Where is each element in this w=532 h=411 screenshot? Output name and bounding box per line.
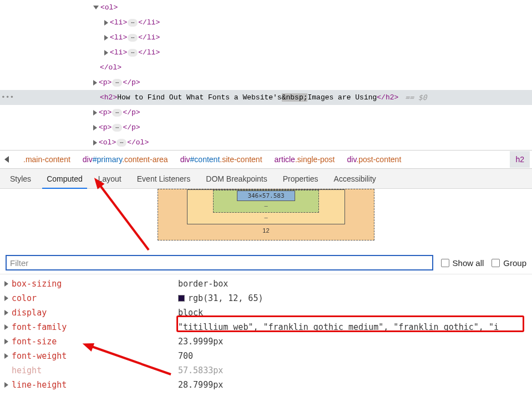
crumb-id: #primary — [93, 155, 122, 164]
disclosure-triangle-icon[interactable] — [93, 6, 99, 9]
computed-property-name: display — [12, 308, 178, 318]
dom-tree-row[interactable]: <li>⋯</li> — [0, 45, 532, 60]
computed-property-row[interactable]: line-height28.7999px — [0, 378, 532, 392]
html-tag: <p> — [99, 108, 112, 117]
html-tag: <li> — [110, 48, 127, 57]
group-label: Group — [503, 258, 526, 268]
tab-event-listeners[interactable]: Event Listeners — [129, 169, 199, 189]
computed-property-row[interactable]: font-family"titillium web", "franklin go… — [0, 320, 532, 334]
gutter-dots-icon: ••• — [1, 93, 14, 102]
disclosure-triangle-icon[interactable] — [4, 295, 8, 301]
html-tag: </li> — [138, 33, 160, 42]
disclosure-triangle-icon[interactable] — [4, 281, 8, 287]
computed-property-value: border-box — [178, 279, 532, 289]
box-model-content-size: 346×57.583 — [237, 191, 295, 201]
breadcrumb-item[interactable]: h2 — [510, 151, 530, 168]
styles-panel-tabs: StylesComputedLayoutEvent ListenersDOM B… — [0, 169, 532, 189]
box-model-margin-bottom: 12 — [187, 224, 344, 237]
dom-tree-row[interactable]: <ol>⋯</ol> — [0, 135, 532, 150]
breadcrumb-item[interactable]: .main-content — [23, 155, 70, 164]
html-tag: <p> — [99, 78, 112, 87]
disclosure-triangle-icon[interactable] — [104, 20, 108, 26]
ellipsis-icon[interactable]: ⋯ — [112, 109, 122, 117]
dom-tree-row[interactable]: <li>⋯</li> — [0, 15, 532, 30]
dom-tree-row[interactable]: <p>⋯</p> — [0, 105, 532, 120]
computed-property-row[interactable]: font-weight700 — [0, 349, 532, 363]
ellipsis-icon[interactable]: ⋯ — [128, 34, 138, 42]
html-tag: </p> — [123, 108, 140, 117]
dom-tree-row[interactable]: <p>⋯</p> — [0, 75, 532, 90]
dom-tree-row[interactable]: </ol> — [0, 60, 532, 75]
disclosure-triangle-icon[interactable] — [104, 50, 108, 56]
breadcrumb-item[interactable]: div.post-content — [347, 155, 402, 164]
tab-properties[interactable]: Properties — [275, 169, 326, 189]
ellipsis-icon[interactable]: ⋯ — [128, 19, 138, 27]
filter-input[interactable] — [6, 255, 433, 270]
disclosure-triangle-icon[interactable] — [93, 140, 97, 146]
disclosure-triangle-icon[interactable] — [4, 339, 8, 344]
dom-tree-row[interactable]: <li>⋯</li> — [0, 30, 532, 45]
computed-property-name: font-size — [12, 337, 178, 347]
breadcrumb-back-icon[interactable] — [4, 156, 9, 163]
html-tag: <ol> — [99, 138, 116, 147]
tab-layout[interactable]: Layout — [90, 169, 129, 189]
crumb-class: .site-content — [220, 155, 262, 164]
computed-property-name: line-height — [12, 380, 178, 390]
html-tag: <p> — [99, 123, 112, 132]
computed-filter-row: Show all Group — [0, 252, 532, 274]
disclosure-triangle-icon[interactable] — [4, 382, 8, 388]
crumb-element: div — [83, 155, 93, 164]
computed-property-row[interactable]: height57.5833px — [0, 363, 532, 378]
disclosure-triangle-icon[interactable] — [4, 353, 8, 359]
html-tag: </h2> — [377, 93, 398, 102]
disclosure-triangle-icon[interactable] — [93, 110, 97, 116]
tab-computed[interactable]: Computed — [39, 169, 90, 189]
disclosure-triangle-icon[interactable] — [104, 35, 108, 41]
computed-property-value: 700 — [178, 351, 532, 361]
computed-property-row[interactable]: box-sizingborder-box — [0, 277, 532, 291]
computed-property-value: "titillium web", "franklin gothic medium… — [178, 322, 532, 332]
text-node: How to Find Out What Fonts a Website's — [117, 93, 281, 102]
computed-property-name: height — [12, 365, 178, 375]
breadcrumb-bar: .main-contentdiv#primary.content-areadiv… — [0, 150, 532, 169]
disclosure-triangle-icon[interactable] — [93, 125, 97, 131]
html-tag: <li> — [110, 33, 127, 42]
show-all-label: Show all — [453, 258, 484, 268]
nbsp-entity: &nbsp; — [282, 93, 308, 102]
tab-accessibility[interactable]: Accessibility — [326, 169, 384, 189]
disclosure-triangle-icon[interactable] — [93, 80, 97, 86]
checkbox-icon — [441, 259, 449, 267]
selected-node-indicator: == $0 — [405, 93, 427, 102]
html-tag: </li> — [138, 48, 160, 57]
dom-tree-panel[interactable]: <ol><li>⋯</li><li>⋯</li><li>⋯</li></ol><… — [0, 0, 532, 150]
crumb-class: .main-content — [23, 155, 70, 164]
tab-styles[interactable]: Styles — [2, 169, 39, 189]
ellipsis-icon[interactable]: ⋯ — [128, 49, 138, 57]
box-model-padding-dash: – — [237, 201, 295, 210]
disclosure-triangle-icon[interactable] — [4, 310, 8, 315]
group-checkbox[interactable]: Group — [492, 258, 526, 268]
computed-property-name: font-weight — [12, 351, 178, 361]
tab-dom-breakpoints[interactable]: DOM Breakpoints — [198, 169, 275, 189]
ellipsis-icon[interactable]: ⋯ — [112, 79, 122, 87]
computed-property-row[interactable]: displayblock — [0, 305, 532, 320]
computed-property-value: block — [178, 308, 532, 318]
disclosure-triangle-icon[interactable] — [4, 324, 8, 330]
dom-tree-row[interactable]: <p>⋯</p> — [0, 120, 532, 135]
html-tag: <ol> — [100, 3, 118, 12]
computed-property-name: font-family — [12, 322, 178, 332]
html-tag: </li> — [138, 18, 160, 27]
show-all-checkbox[interactable]: Show all — [441, 258, 484, 268]
computed-property-name: box-sizing — [12, 279, 178, 289]
ellipsis-icon[interactable]: ⋯ — [116, 139, 126, 147]
breadcrumb-item[interactable]: article.single-post — [275, 155, 335, 164]
box-model-diagram[interactable]: 346×57.583 – – 12 — [0, 189, 532, 252]
ellipsis-icon[interactable]: ⋯ — [112, 124, 122, 132]
breadcrumb-item[interactable]: div#content.site-content — [180, 155, 262, 164]
computed-property-row[interactable]: colorrgb(31, 12, 65) — [0, 291, 532, 305]
dom-tree-row[interactable]: <ol> — [0, 0, 532, 15]
computed-properties-list[interactable]: box-sizingborder-boxcolorrgb(31, 12, 65)… — [0, 274, 532, 392]
dom-tree-row[interactable]: •••<h2>How to Find Out What Fonts a Webs… — [0, 90, 532, 105]
computed-property-row[interactable]: font-size23.9999px — [0, 334, 532, 349]
breadcrumb-item[interactable]: div#primary.content-area — [83, 155, 168, 164]
